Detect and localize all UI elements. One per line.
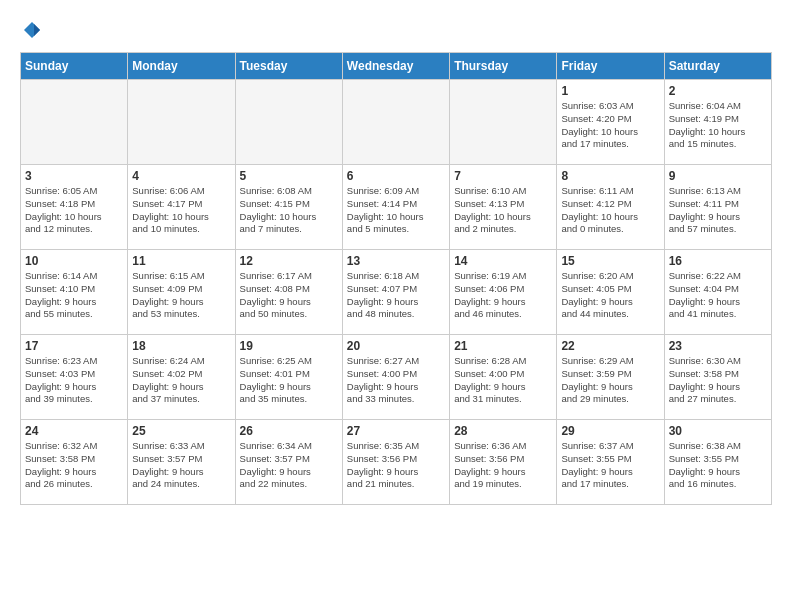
day-number: 7 (454, 169, 552, 183)
calendar-cell: 6Sunrise: 6:09 AM Sunset: 4:14 PM Daylig… (342, 165, 449, 250)
day-info: Sunrise: 6:35 AM Sunset: 3:56 PM Dayligh… (347, 440, 445, 491)
day-number: 15 (561, 254, 659, 268)
calendar-cell: 28Sunrise: 6:36 AM Sunset: 3:56 PM Dayli… (450, 420, 557, 505)
calendar-cell: 19Sunrise: 6:25 AM Sunset: 4:01 PM Dayli… (235, 335, 342, 420)
calendar-header-row: SundayMondayTuesdayWednesdayThursdayFrid… (21, 53, 772, 80)
day-number: 9 (669, 169, 767, 183)
calendar-cell: 2Sunrise: 6:04 AM Sunset: 4:19 PM Daylig… (664, 80, 771, 165)
svg-marker-1 (34, 24, 40, 36)
day-info: Sunrise: 6:13 AM Sunset: 4:11 PM Dayligh… (669, 185, 767, 236)
day-info: Sunrise: 6:30 AM Sunset: 3:58 PM Dayligh… (669, 355, 767, 406)
calendar-cell: 10Sunrise: 6:14 AM Sunset: 4:10 PM Dayli… (21, 250, 128, 335)
day-number: 11 (132, 254, 230, 268)
calendar-cell: 11Sunrise: 6:15 AM Sunset: 4:09 PM Dayli… (128, 250, 235, 335)
day-number: 3 (25, 169, 123, 183)
day-info: Sunrise: 6:36 AM Sunset: 3:56 PM Dayligh… (454, 440, 552, 491)
calendar-cell (128, 80, 235, 165)
calendar-cell: 18Sunrise: 6:24 AM Sunset: 4:02 PM Dayli… (128, 335, 235, 420)
day-info: Sunrise: 6:37 AM Sunset: 3:55 PM Dayligh… (561, 440, 659, 491)
day-info: Sunrise: 6:19 AM Sunset: 4:06 PM Dayligh… (454, 270, 552, 321)
calendar-table: SundayMondayTuesdayWednesdayThursdayFrid… (20, 52, 772, 505)
day-info: Sunrise: 6:27 AM Sunset: 4:00 PM Dayligh… (347, 355, 445, 406)
day-number: 10 (25, 254, 123, 268)
calendar-week-row: 24Sunrise: 6:32 AM Sunset: 3:58 PM Dayli… (21, 420, 772, 505)
calendar-cell: 1Sunrise: 6:03 AM Sunset: 4:20 PM Daylig… (557, 80, 664, 165)
day-info: Sunrise: 6:38 AM Sunset: 3:55 PM Dayligh… (669, 440, 767, 491)
calendar-header-tuesday: Tuesday (235, 53, 342, 80)
day-info: Sunrise: 6:23 AM Sunset: 4:03 PM Dayligh… (25, 355, 123, 406)
day-info: Sunrise: 6:03 AM Sunset: 4:20 PM Dayligh… (561, 100, 659, 151)
day-info: Sunrise: 6:24 AM Sunset: 4:02 PM Dayligh… (132, 355, 230, 406)
day-info: Sunrise: 6:05 AM Sunset: 4:18 PM Dayligh… (25, 185, 123, 236)
calendar-cell: 8Sunrise: 6:11 AM Sunset: 4:12 PM Daylig… (557, 165, 664, 250)
calendar-cell (450, 80, 557, 165)
day-info: Sunrise: 6:22 AM Sunset: 4:04 PM Dayligh… (669, 270, 767, 321)
calendar-cell: 17Sunrise: 6:23 AM Sunset: 4:03 PM Dayli… (21, 335, 128, 420)
day-number: 17 (25, 339, 123, 353)
calendar-header-thursday: Thursday (450, 53, 557, 80)
calendar-cell: 7Sunrise: 6:10 AM Sunset: 4:13 PM Daylig… (450, 165, 557, 250)
day-number: 14 (454, 254, 552, 268)
day-number: 1 (561, 84, 659, 98)
day-number: 23 (669, 339, 767, 353)
calendar-header-saturday: Saturday (664, 53, 771, 80)
calendar-cell: 12Sunrise: 6:17 AM Sunset: 4:08 PM Dayli… (235, 250, 342, 335)
day-info: Sunrise: 6:34 AM Sunset: 3:57 PM Dayligh… (240, 440, 338, 491)
calendar-cell: 22Sunrise: 6:29 AM Sunset: 3:59 PM Dayli… (557, 335, 664, 420)
day-number: 30 (669, 424, 767, 438)
day-info: Sunrise: 6:10 AM Sunset: 4:13 PM Dayligh… (454, 185, 552, 236)
day-info: Sunrise: 6:17 AM Sunset: 4:08 PM Dayligh… (240, 270, 338, 321)
day-number: 27 (347, 424, 445, 438)
calendar-header-sunday: Sunday (21, 53, 128, 80)
calendar-cell: 4Sunrise: 6:06 AM Sunset: 4:17 PM Daylig… (128, 165, 235, 250)
day-number: 2 (669, 84, 767, 98)
day-number: 4 (132, 169, 230, 183)
day-number: 19 (240, 339, 338, 353)
day-number: 20 (347, 339, 445, 353)
calendar-week-row: 1Sunrise: 6:03 AM Sunset: 4:20 PM Daylig… (21, 80, 772, 165)
logo-icon (22, 20, 42, 40)
day-info: Sunrise: 6:06 AM Sunset: 4:17 PM Dayligh… (132, 185, 230, 236)
calendar-header-monday: Monday (128, 53, 235, 80)
calendar-cell: 29Sunrise: 6:37 AM Sunset: 3:55 PM Dayli… (557, 420, 664, 505)
calendar-cell: 27Sunrise: 6:35 AM Sunset: 3:56 PM Dayli… (342, 420, 449, 505)
calendar-cell (21, 80, 128, 165)
day-info: Sunrise: 6:32 AM Sunset: 3:58 PM Dayligh… (25, 440, 123, 491)
calendar-cell (235, 80, 342, 165)
page-header (20, 20, 772, 36)
day-number: 12 (240, 254, 338, 268)
day-info: Sunrise: 6:14 AM Sunset: 4:10 PM Dayligh… (25, 270, 123, 321)
calendar-cell: 5Sunrise: 6:08 AM Sunset: 4:15 PM Daylig… (235, 165, 342, 250)
day-number: 22 (561, 339, 659, 353)
logo (20, 20, 42, 36)
day-info: Sunrise: 6:33 AM Sunset: 3:57 PM Dayligh… (132, 440, 230, 491)
calendar-cell: 14Sunrise: 6:19 AM Sunset: 4:06 PM Dayli… (450, 250, 557, 335)
calendar-cell: 13Sunrise: 6:18 AM Sunset: 4:07 PM Dayli… (342, 250, 449, 335)
day-number: 25 (132, 424, 230, 438)
calendar-cell: 20Sunrise: 6:27 AM Sunset: 4:00 PM Dayli… (342, 335, 449, 420)
calendar-header-wednesday: Wednesday (342, 53, 449, 80)
calendar-cell: 3Sunrise: 6:05 AM Sunset: 4:18 PM Daylig… (21, 165, 128, 250)
calendar-header-friday: Friday (557, 53, 664, 80)
calendar-cell: 21Sunrise: 6:28 AM Sunset: 4:00 PM Dayli… (450, 335, 557, 420)
day-info: Sunrise: 6:25 AM Sunset: 4:01 PM Dayligh… (240, 355, 338, 406)
day-number: 8 (561, 169, 659, 183)
day-number: 28 (454, 424, 552, 438)
day-number: 6 (347, 169, 445, 183)
calendar-cell: 15Sunrise: 6:20 AM Sunset: 4:05 PM Dayli… (557, 250, 664, 335)
day-info: Sunrise: 6:11 AM Sunset: 4:12 PM Dayligh… (561, 185, 659, 236)
day-info: Sunrise: 6:15 AM Sunset: 4:09 PM Dayligh… (132, 270, 230, 321)
day-info: Sunrise: 6:18 AM Sunset: 4:07 PM Dayligh… (347, 270, 445, 321)
day-number: 16 (669, 254, 767, 268)
calendar-week-row: 3Sunrise: 6:05 AM Sunset: 4:18 PM Daylig… (21, 165, 772, 250)
calendar-cell: 26Sunrise: 6:34 AM Sunset: 3:57 PM Dayli… (235, 420, 342, 505)
day-number: 24 (25, 424, 123, 438)
day-info: Sunrise: 6:28 AM Sunset: 4:00 PM Dayligh… (454, 355, 552, 406)
calendar-cell: 16Sunrise: 6:22 AM Sunset: 4:04 PM Dayli… (664, 250, 771, 335)
day-info: Sunrise: 6:08 AM Sunset: 4:15 PM Dayligh… (240, 185, 338, 236)
calendar-cell: 24Sunrise: 6:32 AM Sunset: 3:58 PM Dayli… (21, 420, 128, 505)
day-number: 29 (561, 424, 659, 438)
calendar-cell: 30Sunrise: 6:38 AM Sunset: 3:55 PM Dayli… (664, 420, 771, 505)
calendar-week-row: 17Sunrise: 6:23 AM Sunset: 4:03 PM Dayli… (21, 335, 772, 420)
day-number: 26 (240, 424, 338, 438)
